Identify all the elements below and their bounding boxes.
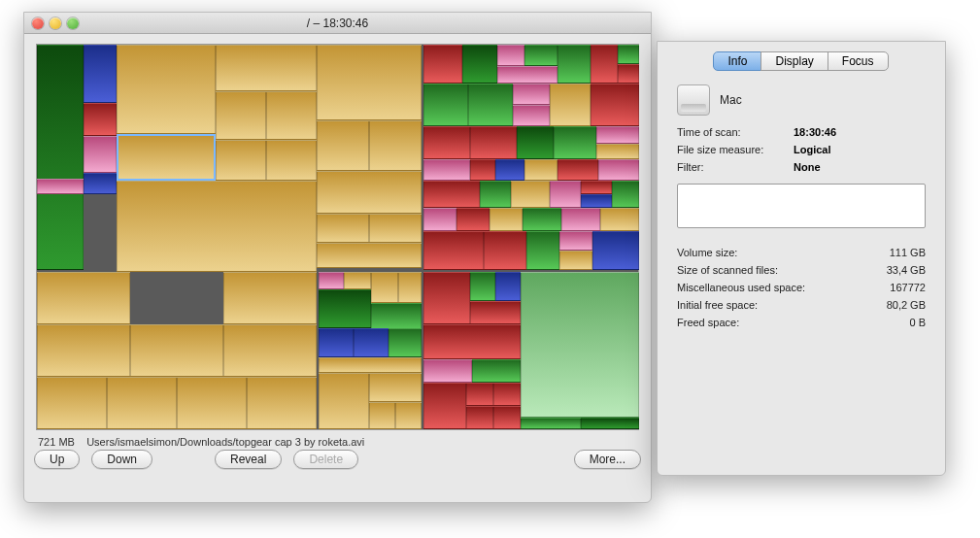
treemap-block[interactable]: [524, 45, 558, 66]
treemap-block[interactable]: [319, 373, 369, 429]
treemap-block[interactable]: [423, 208, 456, 231]
treemap-block[interactable]: [468, 84, 513, 126]
treemap-block[interactable]: [524, 159, 558, 181]
tab-display[interactable]: Display: [760, 51, 828, 71]
treemap-block[interactable]: [521, 272, 639, 418]
treemap-block[interactable]: [37, 45, 84, 270]
treemap-block[interactable]: [216, 140, 266, 181]
treemap-block[interactable]: [223, 324, 317, 377]
treemap-block[interactable]: [317, 45, 422, 120]
treemap-block[interactable]: [493, 406, 521, 429]
treemap-block[interactable]: [497, 45, 524, 66]
treemap-block[interactable]: [470, 159, 495, 181]
treemap-block[interactable]: [423, 45, 462, 84]
treemap-block[interactable]: [472, 359, 521, 383]
up-button[interactable]: Up: [34, 450, 80, 469]
treemap-block[interactable]: [247, 377, 317, 429]
treemap-block[interactable]: [511, 181, 550, 208]
treemap-block[interactable]: [84, 45, 117, 103]
treemap-block[interactable]: [369, 120, 422, 171]
treemap-block[interactable]: [558, 45, 591, 84]
treemap-block[interactable]: [317, 214, 369, 243]
treemap-block[interactable]: [423, 359, 472, 383]
treemap-block[interactable]: [223, 272, 317, 324]
treemap-block[interactable]: [84, 173, 117, 194]
titlebar[interactable]: / – 18:30:46: [24, 13, 651, 34]
treemap-block[interactable]: [554, 126, 596, 159]
close-icon[interactable]: [32, 17, 44, 29]
treemap-block[interactable]: [130, 324, 223, 377]
treemap-block[interactable]: [596, 126, 639, 144]
treemap-view[interactable]: [36, 44, 639, 430]
treemap-block[interactable]: [395, 402, 422, 429]
treemap-block[interactable]: [319, 357, 422, 373]
treemap-block[interactable]: [319, 328, 354, 357]
treemap-block[interactable]: [598, 159, 639, 181]
treemap-block[interactable]: [266, 140, 317, 181]
treemap-block[interactable]: [389, 328, 422, 357]
treemap-block[interactable]: [558, 159, 598, 181]
treemap-block[interactable]: [523, 208, 561, 231]
treemap-block[interactable]: [371, 303, 422, 330]
treemap-block[interactable]: [462, 45, 497, 84]
treemap-block[interactable]: [177, 377, 247, 429]
treemap-block[interactable]: [581, 418, 639, 429]
treemap-block[interactable]: [423, 231, 484, 270]
treemap-block[interactable]: [618, 45, 639, 64]
treemap-block[interactable]: [581, 194, 612, 208]
treemap-block[interactable]: [84, 136, 117, 173]
treemap-block[interactable]: [581, 181, 612, 194]
treemap-block[interactable]: [317, 243, 422, 268]
treemap-block[interactable]: [117, 181, 317, 272]
treemap-block[interactable]: [117, 45, 216, 134]
reveal-button[interactable]: Reveal: [215, 450, 282, 469]
treemap-block[interactable]: [37, 324, 130, 377]
treemap-block[interactable]: [497, 66, 558, 84]
treemap-block[interactable]: [107, 377, 177, 429]
treemap-block[interactable]: [600, 208, 639, 231]
treemap-block[interactable]: [480, 181, 511, 208]
treemap-block[interactable]: [470, 301, 521, 324]
treemap-block[interactable]: [521, 418, 581, 429]
treemap-block-selected[interactable]: [117, 134, 216, 181]
treemap-block[interactable]: [37, 377, 107, 429]
tab-info[interactable]: Info: [713, 51, 761, 71]
treemap-block[interactable]: [526, 231, 559, 270]
zoom-icon[interactable]: [67, 17, 79, 29]
treemap-block[interactable]: [596, 144, 639, 159]
treemap-block[interactable]: [398, 272, 422, 303]
treemap-block[interactable]: [37, 179, 84, 194]
treemap-block[interactable]: [470, 272, 495, 301]
treemap-block[interactable]: [317, 120, 369, 171]
down-button[interactable]: Down: [91, 450, 152, 469]
treemap-block[interactable]: [513, 84, 550, 105]
treemap-block[interactable]: [423, 84, 468, 126]
treemap-block[interactable]: [344, 272, 371, 289]
treemap-block[interactable]: [559, 251, 592, 270]
treemap-block[interactable]: [517, 126, 554, 159]
treemap-block[interactable]: [495, 159, 524, 181]
treemap-block[interactable]: [423, 383, 466, 429]
treemap-block[interactable]: [423, 159, 470, 181]
treemap-block[interactable]: [266, 91, 317, 140]
treemap-block[interactable]: [559, 231, 592, 251]
treemap-block[interactable]: [591, 84, 639, 126]
treemap-block[interactable]: [466, 383, 493, 406]
treemap-block[interactable]: [466, 406, 493, 429]
treemap-block[interactable]: [371, 272, 398, 303]
treemap-block[interactable]: [493, 383, 521, 406]
treemap-block[interactable]: [591, 45, 618, 84]
treemap-block[interactable]: [423, 324, 521, 359]
tab-focus[interactable]: Focus: [828, 51, 889, 71]
treemap-block[interactable]: [354, 328, 389, 357]
treemap-block[interactable]: [550, 181, 581, 208]
treemap-block[interactable]: [319, 289, 371, 328]
treemap-block[interactable]: [319, 272, 344, 289]
treemap-block[interactable]: [495, 272, 521, 301]
treemap-block[interactable]: [216, 91, 266, 140]
treemap-block[interactable]: [550, 84, 591, 126]
treemap-block[interactable]: [423, 272, 470, 324]
treemap-block[interactable]: [513, 105, 550, 126]
treemap-block[interactable]: [470, 126, 517, 159]
treemap-block[interactable]: [592, 231, 639, 270]
